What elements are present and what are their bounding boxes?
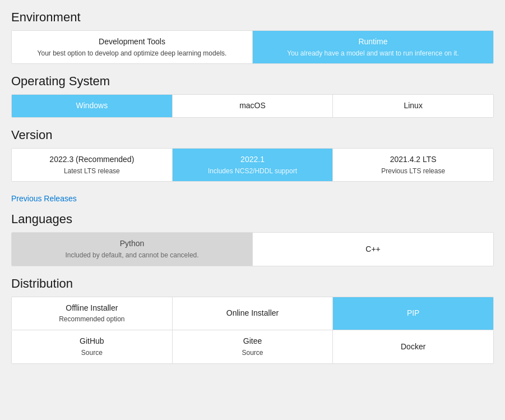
env-runtime-sub: You already have a model and want to run… [261, 49, 485, 58]
dist-gitee-button[interactable]: Gitee Source [173, 330, 333, 363]
os-windows-label: Windows [76, 101, 108, 110]
dist-github-button[interactable]: GitHub Source [12, 330, 173, 363]
version-2021-4-sub: Previous LTS release [341, 167, 485, 176]
version-2022-1-sub: Includes NCS2/HDDL support [180, 167, 325, 176]
languages-section: Languages Python Included by default, an… [11, 212, 494, 266]
version-2022-3-label: 2022.3 (Recommended) [49, 155, 134, 164]
lang-cpp-label: C++ [365, 244, 380, 253]
os-macos-label: macOS [239, 101, 266, 110]
dist-github-label: GitHub [80, 336, 104, 345]
os-section: Operating System Windows macOS Linux [11, 74, 494, 118]
os-options: Windows macOS Linux [11, 94, 494, 118]
env-runtime-button[interactable]: Runtime You already have a model and wan… [253, 31, 493, 63]
dist-offline-button[interactable]: Offline Installer Recommended option [12, 297, 173, 330]
previous-releases-link[interactable]: Previous Releases [11, 194, 77, 203]
os-linux-button[interactable]: Linux [333, 95, 493, 117]
previous-releases-container: Previous Releases [11, 192, 494, 212]
dist-online-label: Online Installer [226, 308, 279, 317]
languages-title: Languages [11, 212, 494, 227]
version-options: 2022.3 (Recommended) Latest LTS release … [11, 148, 494, 182]
languages-options: Python Included by default, and cannot b… [11, 232, 494, 266]
version-2022-3-sub: Latest LTS release [20, 167, 164, 176]
os-title: Operating System [11, 74, 494, 89]
dist-gitee-sub: Source [180, 348, 325, 358]
dist-docker-button[interactable]: Docker [333, 330, 493, 363]
env-dev-tools-button[interactable]: Development Tools Your best option to de… [12, 31, 253, 63]
version-title: Version [11, 128, 494, 142]
page-container: Environment Development Tools Your best … [0, 0, 505, 420]
dist-docker-label: Docker [401, 342, 425, 351]
dist-gitee-label: Gitee [243, 336, 262, 345]
dist-pip-label: PIP [407, 308, 420, 317]
lang-python-sub: Included by default, and cannot be cance… [20, 251, 244, 260]
version-2022-1-label: 2022.1 [240, 155, 265, 164]
lang-cpp-button[interactable]: C++ [253, 233, 493, 265]
version-section: Version 2022.3 (Recommended) Latest LTS … [11, 128, 494, 182]
distribution-title: Distribution [11, 276, 494, 291]
dist-offline-sub: Recommended option [20, 315, 164, 324]
distribution-row-2: GitHub Source Gitee Source Docker [11, 330, 494, 363]
distribution-row-1: Offline Installer Recommended option Onl… [11, 297, 494, 330]
version-2022-1-button[interactable]: 2022.1 Includes NCS2/HDDL support [173, 149, 333, 181]
os-linux-label: Linux [404, 101, 422, 110]
env-dev-tools-sub: Your best option to develop and optimize… [20, 49, 244, 58]
env-runtime-label: Runtime [358, 37, 387, 46]
dist-offline-label: Offline Installer [66, 303, 118, 312]
dist-github-sub: Source [20, 348, 164, 358]
env-dev-tools-label: Development Tools [99, 37, 165, 46]
dist-online-button[interactable]: Online Installer [173, 297, 333, 330]
dist-pip-button[interactable]: PIP [333, 297, 493, 330]
distribution-section: Distribution Offline Installer Recommend… [11, 276, 494, 364]
os-windows-button[interactable]: Windows [12, 95, 173, 117]
lang-python-button: Python Included by default, and cannot b… [12, 233, 253, 265]
version-2022-3-button[interactable]: 2022.3 (Recommended) Latest LTS release [12, 149, 173, 181]
os-macos-button[interactable]: macOS [173, 95, 333, 117]
lang-python-label: Python [120, 239, 145, 248]
environment-section: Environment Development Tools Your best … [11, 10, 494, 64]
version-2021-4-button[interactable]: 2021.4.2 LTS Previous LTS release [333, 149, 493, 181]
version-2021-4-label: 2021.4.2 LTS [390, 155, 437, 164]
environment-title: Environment [11, 10, 494, 25]
environment-options: Development Tools Your best option to de… [11, 30, 494, 64]
